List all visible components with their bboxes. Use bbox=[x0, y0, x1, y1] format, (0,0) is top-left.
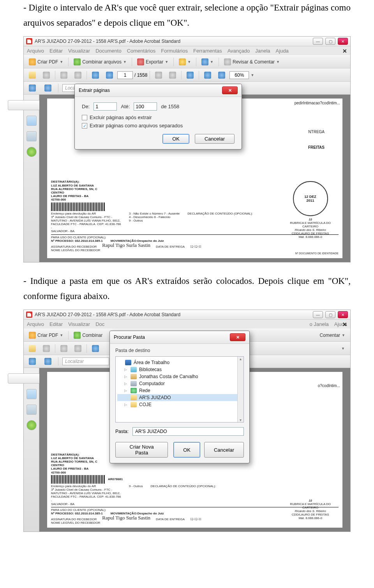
menu-ferramentas[interactable]: Ferramentas bbox=[193, 48, 222, 54]
fit-btn-1[interactable] bbox=[26, 83, 39, 93]
menu-visualizar[interactable]: Visualizar bbox=[68, 321, 90, 327]
tree-item-6[interactable]: ▷COJE bbox=[117, 401, 242, 408]
pdf-uso-cliente: PARA USO DO CLIENTE (OPCIONAL): bbox=[51, 508, 106, 512]
email-button[interactable] bbox=[58, 344, 70, 353]
select-tool[interactable] bbox=[152, 70, 165, 80]
open-button[interactable] bbox=[26, 344, 39, 353]
ate-input[interactable] bbox=[134, 102, 157, 111]
tree-item-1[interactable]: ▷Bibliotecas bbox=[117, 366, 242, 373]
tree-item-0[interactable]: Área de Trabalho bbox=[117, 359, 242, 366]
pdf-legivel-label: NOME LEGÍVEL DO RECEBEDOR bbox=[51, 248, 339, 252]
tree-expand-icon[interactable]: ▷ bbox=[124, 368, 128, 371]
pasta-input[interactable] bbox=[132, 427, 244, 436]
hand-tool[interactable] bbox=[166, 70, 179, 80]
tree-item-2[interactable]: ▷Jonathas Costa de Carvalho bbox=[117, 373, 242, 380]
instruction-text-2: - Indique a pasta em que os AR's extraíd… bbox=[23, 273, 351, 304]
exportar-button[interactable]: Exportar▼ bbox=[134, 57, 171, 67]
revisar-button[interactable]: Revisar & Comentar▼ bbox=[221, 57, 282, 67]
menu-avancado[interactable]: Avançado bbox=[228, 48, 250, 54]
menu-documento[interactable]: Documento bbox=[95, 48, 121, 54]
combinar-button[interactable]: Combinar arquivos▼ bbox=[71, 57, 129, 67]
fit-btn-1[interactable] bbox=[26, 357, 39, 366]
help-panel-button[interactable] bbox=[26, 420, 37, 430]
marquee-zoom[interactable] bbox=[184, 70, 196, 80]
menu-comentarios[interactable]: Comentários bbox=[127, 48, 156, 54]
zoom-field[interactable] bbox=[229, 71, 249, 79]
maximize-button[interactable]: ▢ bbox=[325, 38, 335, 45]
prev-page-button[interactable] bbox=[89, 70, 102, 80]
next-page-button[interactable] bbox=[103, 70, 116, 80]
menu-documento-short[interactable]: Doc bbox=[95, 321, 104, 327]
tree-item-3[interactable]: ▷Computador bbox=[117, 380, 242, 387]
doc-close-icon[interactable]: ✕ bbox=[342, 48, 347, 54]
tree-scrollbar[interactable] bbox=[237, 357, 243, 422]
sign-button[interactable]: ▼ bbox=[199, 57, 216, 67]
dialog-close-button[interactable]: ✕ bbox=[222, 86, 238, 94]
combinar-button[interactable]: Combinar bbox=[71, 331, 105, 340]
pages-button[interactable] bbox=[72, 70, 84, 80]
tree-expand-icon[interactable]: ▷ bbox=[124, 403, 128, 407]
menu-visualizar[interactable]: Visualizar bbox=[68, 48, 90, 54]
tree-item-5[interactable]: AR'S JUIZADO bbox=[117, 394, 242, 401]
menu-janela-partial[interactable]: o Janela bbox=[310, 321, 329, 327]
browse-dialog-close-button[interactable]: ✕ bbox=[230, 333, 245, 341]
browse-cancel-button[interactable]: Cancelar bbox=[204, 442, 244, 458]
ok-button[interactable]: OK bbox=[162, 134, 189, 144]
find-input[interactable]: Localizar bbox=[62, 357, 109, 365]
secure-button[interactable]: ▼ bbox=[176, 57, 194, 67]
fit-btn-2[interactable] bbox=[42, 357, 54, 366]
excluir-checkbox[interactable] bbox=[82, 115, 87, 120]
menu-arquivo[interactable]: Arquivo bbox=[27, 321, 44, 327]
zoom-out-button[interactable] bbox=[201, 70, 214, 80]
maximize-button[interactable]: ▢ bbox=[325, 311, 335, 318]
separados-checkbox-row[interactable]: Extrair páginas como arquivos separados bbox=[82, 123, 235, 129]
menu-janela[interactable]: Janela bbox=[255, 48, 270, 54]
tree-item-label: AR'S JUIZADO bbox=[139, 395, 171, 400]
cancel-button[interactable]: Cancelar bbox=[195, 134, 235, 144]
menu-formularios[interactable]: Formulários bbox=[161, 48, 188, 54]
sign-panel-button[interactable] bbox=[26, 131, 37, 141]
tree-item-4[interactable]: ▷Rede bbox=[117, 387, 242, 394]
email-button[interactable] bbox=[58, 70, 70, 80]
print-button[interactable] bbox=[40, 344, 53, 353]
excluir-label: Excluir páginas após extrair bbox=[90, 114, 152, 120]
folder-tree[interactable]: Área de Trabalho▷Bibliotecas▷Jonathas Co… bbox=[115, 356, 244, 423]
fit-btn-2[interactable] bbox=[42, 83, 54, 93]
help-panel-button[interactable] bbox=[26, 147, 37, 157]
prev-page-button[interactable] bbox=[89, 344, 102, 353]
tree-expand-icon[interactable]: ▷ bbox=[124, 389, 128, 393]
menu-editar[interactable]: Editar bbox=[49, 321, 63, 327]
criar-pdf-button[interactable]: Criar PDF▼ bbox=[26, 57, 66, 67]
menu-ajuda[interactable]: Ajuda bbox=[276, 48, 289, 54]
new-folder-button[interactable]: Criar Nova Pasta bbox=[115, 442, 168, 458]
sign-panel-button[interactable] bbox=[26, 405, 37, 415]
close-button[interactable]: ✕ bbox=[338, 311, 348, 318]
print-button[interactable] bbox=[40, 70, 53, 80]
tree-expand-icon[interactable]: ▷ bbox=[124, 382, 128, 386]
window-title: AR'S JUIZADO 27-09-2012 - 1558 AR'S.pdf … bbox=[35, 39, 310, 44]
excluir-checkbox-row[interactable]: Excluir páginas após extrair bbox=[82, 114, 235, 120]
open-button[interactable] bbox=[26, 70, 39, 80]
acrobat-window-1: AR'S JUIZADO 27-09-2012 - 1558 AR'S.pdf … bbox=[23, 36, 351, 262]
criar-pdf-button[interactable]: Criar PDF▼ bbox=[26, 331, 66, 340]
separados-checkbox[interactable] bbox=[82, 123, 87, 129]
doc-close-icon[interactable]: ✕ bbox=[342, 321, 347, 327]
revisar-button-short[interactable]: Comentar▼ bbox=[317, 331, 348, 339]
zoom-in-button[interactable] bbox=[215, 70, 228, 80]
page-number-field[interactable] bbox=[117, 71, 133, 79]
arrow-right-icon bbox=[106, 72, 113, 79]
pdf-options: 3 - Não Existe o Número 7 - Ausente 4 - … bbox=[129, 212, 180, 233]
tree-expand-icon[interactable]: ▷ bbox=[124, 375, 128, 379]
pages-button[interactable] bbox=[72, 344, 84, 353]
minimize-button[interactable]: — bbox=[313, 311, 323, 318]
close-button[interactable]: ✕ bbox=[338, 38, 348, 45]
bookmarks-panel-button[interactable] bbox=[26, 116, 37, 126]
de-input[interactable] bbox=[94, 102, 117, 111]
pdf-doc-id-label: Nº DOCUMENTO DE IDENTIDADE bbox=[51, 252, 339, 255]
content-area-2: o?codIntim... DESTINATÁRIO(A): LUZ ALBER… bbox=[24, 368, 350, 532]
minimize-button[interactable]: — bbox=[313, 38, 323, 45]
menu-editar[interactable]: Editar bbox=[49, 48, 63, 54]
bookmarks-panel-button[interactable] bbox=[26, 389, 37, 399]
menu-arquivo[interactable]: Arquivo bbox=[27, 48, 44, 54]
browse-ok-button[interactable]: OK bbox=[173, 442, 200, 458]
